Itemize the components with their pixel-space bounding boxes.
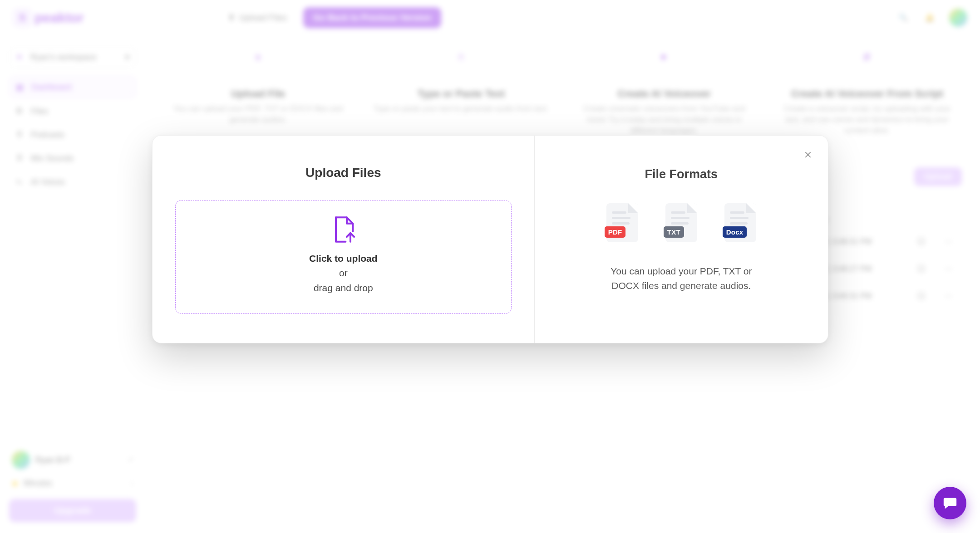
file-upload-icon (328, 215, 358, 244)
close-icon (804, 151, 812, 159)
modal-formats-panel: File Formats PDF TXT Docx You can upload… (534, 136, 827, 343)
modal-title: Upload Files (305, 166, 381, 180)
docx-file-icon: Docx (724, 203, 756, 242)
txt-file-icon: TXT (665, 203, 697, 242)
file-format-icons: PDF TXT Docx (556, 203, 806, 242)
txt-badge: TXT (664, 226, 684, 238)
or-label: or (185, 266, 502, 281)
file-formats-title: File Formats (556, 167, 806, 181)
chat-icon (942, 495, 958, 511)
close-button[interactable] (801, 147, 815, 162)
click-to-upload-label: Click to upload (309, 253, 378, 264)
pdf-badge: PDF (605, 226, 626, 238)
pdf-file-icon: PDF (606, 203, 638, 242)
upload-dropzone[interactable]: Click to upload or drag and drop (175, 200, 512, 314)
chat-fab[interactable] (934, 487, 966, 519)
modal-overlay[interactable]: Upload Files Click to upload or drag and… (0, 0, 980, 533)
upload-files-modal: Upload Files Click to upload or drag and… (152, 135, 828, 344)
file-formats-desc: You can upload your PDF, TXT or DOCX fil… (600, 264, 763, 293)
docx-badge: Docx (723, 226, 747, 238)
modal-upload-panel: Upload Files Click to upload or drag and… (153, 136, 535, 343)
drag-and-drop-label: drag and drop (185, 281, 502, 296)
